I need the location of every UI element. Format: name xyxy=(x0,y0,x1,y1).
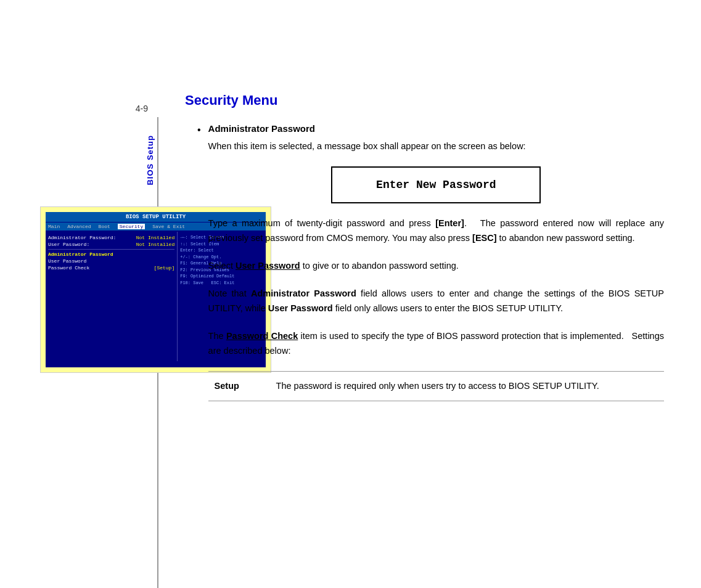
bios-nav-security: Security xyxy=(118,224,145,229)
password-box: Enter New Password xyxy=(331,166,541,203)
bullet-section: • Administrator Password When this item … xyxy=(197,123,664,401)
table-cell-setup-desc: The password is required only when users… xyxy=(270,372,664,401)
page-number: 4-9 xyxy=(136,104,148,113)
bullet-content: Administrator Password When this item is… xyxy=(208,123,664,401)
para-1: When this item is selected, a message bo… xyxy=(208,139,664,154)
main-content: Security Menu • Administrator Password W… xyxy=(173,92,676,409)
password-check-link: Password Check xyxy=(226,331,298,341)
bullet-dot: • xyxy=(197,125,201,136)
bios-nav-advanced: Advanced xyxy=(67,224,91,229)
bios-section-admin: Administrator Password xyxy=(48,251,174,258)
bullet-item-admin-pw: • Administrator Password When this item … xyxy=(197,123,664,401)
bios-left-panel: Administrator Password: Not Installed Us… xyxy=(46,232,178,361)
user-pw-bold: User Password xyxy=(268,303,333,313)
bios-separator-1 xyxy=(48,249,174,250)
user-password-link: User Password xyxy=(236,261,300,271)
para-2: Type a maximum of twenty-digit password … xyxy=(208,216,664,246)
bios-row-pw-check: Password Check [Setup] xyxy=(48,264,174,271)
admin-pw-bold: Administrator Password xyxy=(251,288,356,298)
password-check-table: Setup The password is required only when… xyxy=(208,371,664,401)
section-title: Security Menu xyxy=(185,92,664,108)
para-5: The Password Check item is used to speci… xyxy=(208,329,664,359)
esc-key: [ESC] xyxy=(472,233,496,243)
para-4: Note that Administrator Password field a… xyxy=(208,286,664,316)
table-cell-setup-label: Setup xyxy=(208,372,270,401)
bios-row-admin-pw: Administrator Password: Not Installed xyxy=(48,234,174,241)
bios-nav-main: Main xyxy=(48,224,60,229)
enter-key: [Enter] xyxy=(435,218,464,228)
bios-nav-boot: Boot xyxy=(99,224,110,229)
bios-row-user-pw: User Password: Not Installed xyxy=(48,241,174,248)
para-3: Select User Password to give or to aband… xyxy=(208,258,664,274)
admin-password-title: Administrator Password xyxy=(208,123,664,134)
password-box-container: Enter New Password xyxy=(208,166,664,203)
sidebar-label: BIOS Setup xyxy=(146,135,155,186)
table-row-setup: Setup The password is required only when… xyxy=(208,372,664,401)
bios-row-user-pw-2: User Password xyxy=(48,258,174,264)
sidebar-label-container: BIOS Setup xyxy=(142,120,158,200)
